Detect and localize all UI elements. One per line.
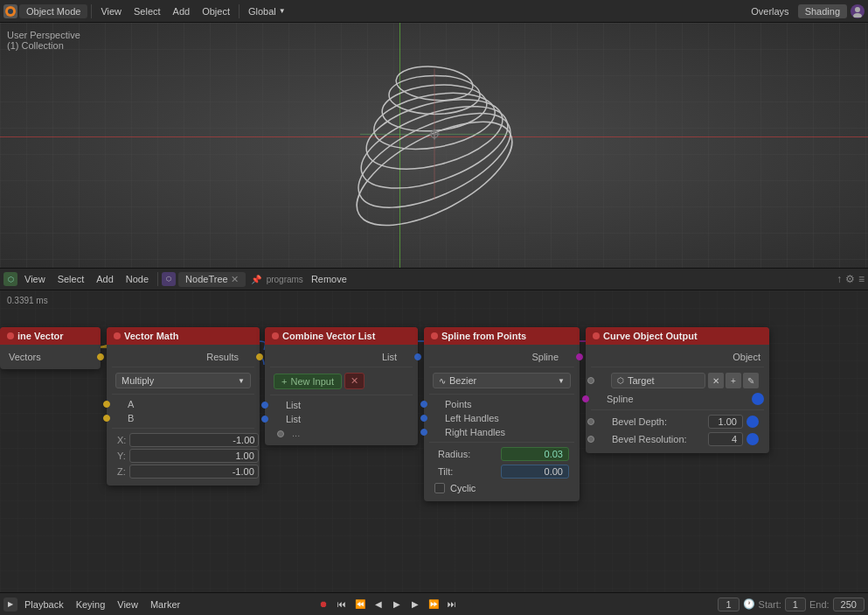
prev-keyframe-btn[interactable]: ⏪ bbox=[352, 597, 368, 612]
pin-icon[interactable]: 📌 bbox=[248, 275, 264, 284]
operation-dropdown[interactable]: Multiply ▼ bbox=[115, 373, 251, 388]
right-handles-socket[interactable] bbox=[420, 429, 427, 436]
bevel-res-socket[interactable] bbox=[587, 436, 594, 443]
next-keyframe-btn[interactable]: ⏩ bbox=[426, 597, 441, 612]
b-socket-area bbox=[112, 415, 124, 422]
viewport[interactable]: User Perspective (1) Collection bbox=[0, 23, 868, 268]
list-item-1-row: List bbox=[270, 398, 413, 412]
results-row: Results bbox=[112, 350, 254, 364]
right-handles-label: Right Handles bbox=[441, 427, 574, 437]
add-input-btn[interactable]: + New Input bbox=[274, 374, 342, 389]
remove-btn[interactable]: Remove bbox=[306, 272, 352, 286]
dots-socket[interactable] bbox=[277, 430, 284, 437]
node-editor[interactable]: 0.3391 ms ine Vector Vectors bbox=[0, 290, 868, 592]
transform-global[interactable]: Global ▼ bbox=[243, 4, 291, 18]
start-frame[interactable]: 1 bbox=[785, 598, 806, 612]
bevel-res-value[interactable]: 4 bbox=[708, 432, 743, 446]
x-label: X: bbox=[117, 435, 126, 445]
type-dropdown[interactable]: ∿ Bezier ▼ bbox=[433, 373, 571, 388]
list2-socket[interactable] bbox=[261, 416, 268, 423]
bevel-depth-socket[interactable] bbox=[587, 418, 594, 425]
node-menu-view[interactable]: View bbox=[19, 272, 51, 286]
current-frame[interactable]: 1 bbox=[718, 598, 739, 612]
node-menu-node[interactable]: Node bbox=[121, 272, 154, 286]
node-menu-select[interactable]: Select bbox=[52, 272, 90, 286]
z-input[interactable] bbox=[129, 465, 259, 479]
remove-input-btn[interactable]: ✕ bbox=[344, 373, 365, 389]
nodetree-tab[interactable]: NodeTree ✕ bbox=[178, 272, 246, 287]
keying-menu[interactable]: Keying bbox=[71, 598, 111, 612]
shading-btn[interactable]: Shading bbox=[798, 4, 847, 18]
vectors-output-socket[interactable] bbox=[97, 353, 104, 360]
collection-label: (1) Collection bbox=[7, 40, 80, 51]
spline-input-socket[interactable] bbox=[582, 395, 589, 402]
svg-point-3 bbox=[853, 13, 862, 17]
svg-point-2 bbox=[855, 7, 860, 12]
prev-frame-btn[interactable]: ◀ bbox=[371, 597, 386, 612]
view-menu-pb[interactable]: View bbox=[112, 598, 143, 612]
results-socket[interactable] bbox=[256, 353, 263, 360]
y-label: Y: bbox=[117, 451, 126, 461]
next-frame-btn[interactable]: ▶ bbox=[407, 597, 423, 612]
bevel-depth-value[interactable]: 1.00 bbox=[708, 415, 743, 429]
target-add-btn[interactable]: + bbox=[726, 373, 741, 388]
x-input[interactable] bbox=[129, 433, 259, 447]
tilt-value[interactable]: 0.00 bbox=[501, 465, 569, 479]
dropdown-arrow: ▼ bbox=[238, 377, 245, 385]
node-combine-inline[interactable]: ine Vector Vectors bbox=[0, 327, 101, 369]
node-spline-from-points[interactable]: Spline from Points Spline ∿ Bezier ▼ bbox=[424, 327, 580, 501]
marker-menu[interactable]: Marker bbox=[145, 598, 185, 612]
node-combine-vector-list[interactable]: Combine Vector List List + New Input bbox=[265, 327, 418, 445]
a-input-socket[interactable] bbox=[103, 401, 110, 408]
radius-value[interactable]: 0.03 bbox=[501, 447, 569, 461]
operation-dropdown-row: Multiply ▼ bbox=[112, 370, 254, 391]
list-output-row: List bbox=[270, 350, 413, 364]
list-output-socket[interactable] bbox=[414, 353, 421, 360]
target-clear-btn[interactable]: ✕ bbox=[708, 373, 724, 388]
bevel-depth-row: Bevel Depth: 1.00 bbox=[591, 413, 764, 430]
node-combine-inline-header: ine Vector bbox=[0, 327, 101, 345]
skip-last-btn[interactable]: ⏭ bbox=[444, 597, 460, 612]
node-vector-math[interactable]: Vector Math Results Multiply ▼ bbox=[107, 327, 260, 486]
play-btn[interactable]: ▶ bbox=[389, 597, 405, 612]
cyclic-checkbox[interactable] bbox=[434, 483, 445, 493]
target-socket[interactable] bbox=[587, 377, 594, 384]
y-input[interactable] bbox=[129, 449, 259, 463]
target-field[interactable]: ⬡ Target bbox=[611, 373, 705, 388]
end-frame[interactable]: 250 bbox=[833, 598, 865, 612]
programs-link[interactable]: programs bbox=[267, 275, 303, 284]
menu-view[interactable]: View bbox=[95, 4, 127, 18]
node-menu-add[interactable]: Add bbox=[91, 272, 119, 286]
up-arrow-icon[interactable]: ↑ bbox=[837, 273, 842, 285]
spline-output-row: Spline bbox=[429, 350, 574, 364]
spline-output-socket[interactable] bbox=[576, 353, 583, 360]
tilt-label: Tilt: bbox=[434, 466, 497, 477]
node-co-title: Curve Object Output bbox=[603, 331, 698, 341]
record-btn[interactable]: ⏺ bbox=[316, 597, 331, 612]
node-sfp-header: Spline from Points bbox=[424, 327, 580, 345]
menu-object[interactable]: Object bbox=[197, 4, 235, 18]
overlays-btn[interactable]: Overlays bbox=[746, 4, 794, 18]
menu-add[interactable]: Add bbox=[168, 4, 196, 18]
mode-dropdown[interactable]: Object Mode bbox=[19, 4, 87, 18]
menu-icon[interactable]: ≡ bbox=[858, 273, 865, 285]
node-settings-icon[interactable]: ⚙ bbox=[845, 273, 855, 285]
playback-menu[interactable]: Playback bbox=[19, 598, 69, 612]
skip-first-btn[interactable]: ⏮ bbox=[334, 597, 350, 612]
nodetree-close-icon[interactable]: ✕ bbox=[231, 274, 239, 285]
bevel-depth-blue-dot bbox=[746, 416, 759, 428]
b-input-socket[interactable] bbox=[103, 415, 110, 422]
list1-socket[interactable] bbox=[261, 402, 268, 409]
add-input-row: + New Input ✕ bbox=[270, 370, 413, 392]
target-picker-btn[interactable]: ✎ bbox=[743, 373, 759, 388]
node-body: Vectors bbox=[0, 345, 101, 369]
bevel-depth-label: Bevel Depth: bbox=[612, 416, 705, 427]
menu-select[interactable]: Select bbox=[128, 4, 166, 18]
bezier-icon: ∿ bbox=[439, 376, 446, 386]
points-socket[interactable] bbox=[420, 401, 427, 408]
add-input-label: New Input bbox=[290, 376, 334, 387]
left-handles-socket[interactable] bbox=[420, 415, 427, 422]
node-curve-output[interactable]: Curve Object Output Object ⬡ Target bbox=[586, 327, 769, 453]
node-vector-math-body: Results Multiply ▼ bbox=[107, 345, 260, 486]
spiral-object bbox=[334, 33, 535, 236]
